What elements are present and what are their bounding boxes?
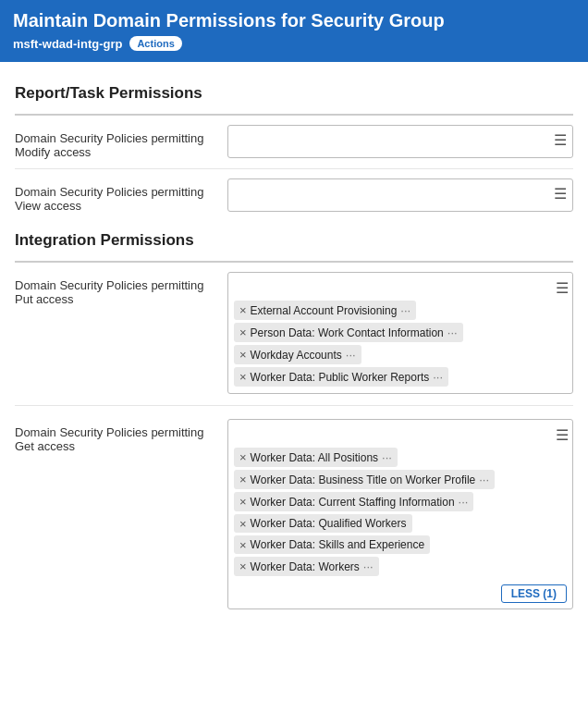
tag-dots-get-2[interactable]: ··· bbox=[459, 495, 469, 509]
tag-dots-put-2[interactable]: ··· bbox=[346, 348, 356, 362]
integration-title: Integration Permissions bbox=[15, 231, 573, 250]
tag-close-put-3[interactable]: × bbox=[239, 371, 247, 383]
put-access-field[interactable]: ☰ × External Account Provisioning ··· × … bbox=[227, 272, 573, 394]
tag-text-put-3: Worker Data: Public Worker Reports bbox=[251, 371, 430, 384]
tag-text-get-1: Worker Data: Business Title on Worker Pr… bbox=[251, 473, 476, 486]
list-icon-get[interactable]: ☰ bbox=[556, 426, 569, 444]
tag-row-put-0: × External Account Provisioning ··· bbox=[234, 301, 569, 320]
tag-close-get-0[interactable]: × bbox=[239, 451, 247, 463]
view-access-label: Domain Security Policies permitting View… bbox=[15, 178, 227, 213]
list-icon-put[interactable]: ☰ bbox=[556, 279, 569, 297]
tag-text-put-1: Person Data: Work Contact Information bbox=[251, 326, 444, 339]
tag-close-get-2[interactable]: × bbox=[239, 496, 247, 508]
get-access-field[interactable]: ☰ × Worker Data: All Positions ··· × Wor… bbox=[227, 419, 573, 609]
tag-row-get-5: × Worker Data: Workers ··· bbox=[234, 557, 569, 576]
tag-get-3: × Worker Data: Qualified Workers bbox=[234, 514, 412, 533]
tag-row-get-1: × Worker Data: Business Title on Worker … bbox=[234, 470, 569, 489]
report-task-title: Report/Task Permissions bbox=[15, 84, 573, 103]
tag-close-get-3[interactable]: × bbox=[239, 518, 247, 530]
tag-put-1: × Person Data: Work Contact Information … bbox=[234, 323, 463, 342]
tag-get-4: × Worker Data: Skills and Experience bbox=[234, 535, 430, 554]
tag-close-get-1[interactable]: × bbox=[239, 473, 247, 486]
tag-put-3: × Worker Data: Public Worker Reports ··· bbox=[234, 367, 448, 387]
tag-close-put-1[interactable]: × bbox=[239, 326, 247, 338]
actions-badge[interactable]: Actions bbox=[129, 36, 181, 51]
less-button[interactable]: LESS (1) bbox=[501, 584, 567, 603]
tag-text-get-5: Worker Data: Workers bbox=[251, 560, 360, 573]
list-icon-view[interactable]: ☰ bbox=[554, 185, 567, 203]
tag-row-get-0: × Worker Data: All Positions ··· bbox=[234, 448, 569, 467]
tag-text-get-3: Worker Data: Qualified Workers bbox=[251, 517, 407, 530]
modify-access-label: Domain Security Policies permitting Modi… bbox=[15, 125, 227, 159]
tag-close-put-0[interactable]: × bbox=[239, 304, 247, 316]
tag-dots-put-1[interactable]: ··· bbox=[447, 326, 458, 339]
tag-put-2: × Workday Accounts ··· bbox=[234, 345, 361, 364]
section-divider-2 bbox=[15, 261, 573, 263]
less-button-row: LESS (1) bbox=[234, 579, 569, 605]
tag-get-0: × Worker Data: All Positions ··· bbox=[234, 448, 398, 467]
tag-text-get-2: Worker Data: Current Staffing Informatio… bbox=[251, 496, 455, 509]
tag-get-5: × Worker Data: Workers ··· bbox=[234, 557, 379, 576]
tag-row-get-3: × Worker Data: Qualified Workers bbox=[234, 514, 569, 533]
tag-close-get-4[interactable]: × bbox=[239, 539, 247, 551]
tag-dots-put-3[interactable]: ··· bbox=[433, 370, 443, 384]
report-task-section: Report/Task Permissions Domain Security … bbox=[15, 84, 573, 222]
tag-text-put-0: External Account Provisioning bbox=[251, 304, 398, 317]
modify-access-field[interactable]: ☰ bbox=[227, 125, 573, 158]
put-access-row: Domain Security Policies permitting Put … bbox=[15, 272, 573, 406]
view-access-row: Domain Security Policies permitting View… bbox=[15, 178, 573, 222]
integration-section: Integration Permissions Domain Security … bbox=[15, 231, 573, 621]
tag-close-put-2[interactable]: × bbox=[239, 349, 247, 361]
tag-get-1: × Worker Data: Business Title on Worker … bbox=[234, 470, 495, 489]
tag-row-get-2: × Worker Data: Current Staffing Informat… bbox=[234, 492, 569, 511]
tag-get-2: × Worker Data: Current Staffing Informat… bbox=[234, 492, 473, 511]
tag-close-get-5[interactable]: × bbox=[239, 560, 247, 572]
security-group-name: msft-wdad-intg-grp bbox=[13, 37, 122, 51]
tag-dots-get-1[interactable]: ··· bbox=[479, 473, 489, 486]
section-divider-1 bbox=[15, 114, 573, 116]
tag-dots-get-5[interactable]: ··· bbox=[363, 559, 374, 573]
tag-text-put-2: Workday Accounts bbox=[251, 349, 342, 362]
page-header: Maintain Domain Permissions for Security… bbox=[0, 0, 588, 62]
tag-row-get-4: × Worker Data: Skills and Experience bbox=[234, 535, 569, 554]
put-access-label: Domain Security Policies permitting Put … bbox=[15, 272, 227, 306]
page-title: Maintain Domain Permissions for Security… bbox=[13, 9, 575, 32]
main-content: Report/Task Permissions Domain Security … bbox=[0, 62, 588, 646]
tag-put-0: × External Account Provisioning ··· bbox=[234, 301, 416, 320]
tag-row-put-2: × Workday Accounts ··· bbox=[234, 345, 569, 364]
tag-row-put-3: × Worker Data: Public Worker Reports ··· bbox=[234, 367, 569, 387]
tag-text-get-4: Worker Data: Skills and Experience bbox=[251, 538, 425, 551]
tag-dots-put-0[interactable]: ··· bbox=[400, 303, 410, 317]
get-access-row: Domain Security Policies permitting Get … bbox=[15, 419, 573, 621]
get-access-label: Domain Security Policies permitting Get … bbox=[15, 419, 227, 453]
tag-dots-get-0[interactable]: ··· bbox=[382, 450, 392, 464]
tag-row-put-1: × Person Data: Work Contact Information … bbox=[234, 323, 569, 342]
list-icon-modify[interactable]: ☰ bbox=[554, 131, 567, 149]
view-access-field[interactable]: ☰ bbox=[227, 178, 573, 212]
modify-access-row: Domain Security Policies permitting Modi… bbox=[15, 125, 573, 169]
tag-text-get-0: Worker Data: All Positions bbox=[251, 451, 379, 464]
